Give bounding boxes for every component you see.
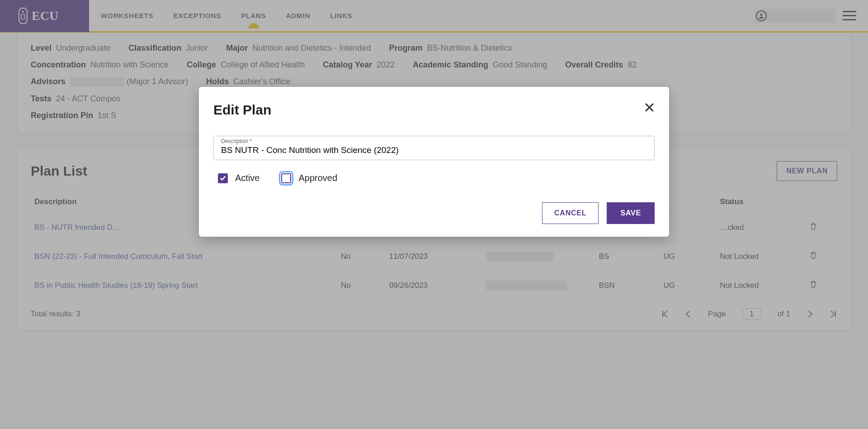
approved-checkbox[interactable] bbox=[281, 173, 291, 183]
description-input[interactable] bbox=[221, 141, 647, 155]
description-label: Description * bbox=[221, 138, 252, 144]
approved-label: Approved bbox=[298, 173, 337, 183]
active-label: Active bbox=[235, 173, 259, 183]
save-button[interactable]: SAVE bbox=[607, 202, 655, 224]
modal-title: Edit Plan bbox=[213, 102, 655, 118]
edit-plan-modal: Edit Plan ✕ Description * Active Approve… bbox=[199, 87, 669, 237]
close-icon[interactable]: ✕ bbox=[643, 100, 656, 115]
active-checkbox[interactable] bbox=[218, 173, 228, 183]
description-field-wrapper: Description * bbox=[213, 136, 655, 160]
cancel-button[interactable]: CANCEL bbox=[542, 202, 599, 224]
modal-scrim[interactable]: Edit Plan ✕ Description * Active Approve… bbox=[0, 0, 868, 348]
